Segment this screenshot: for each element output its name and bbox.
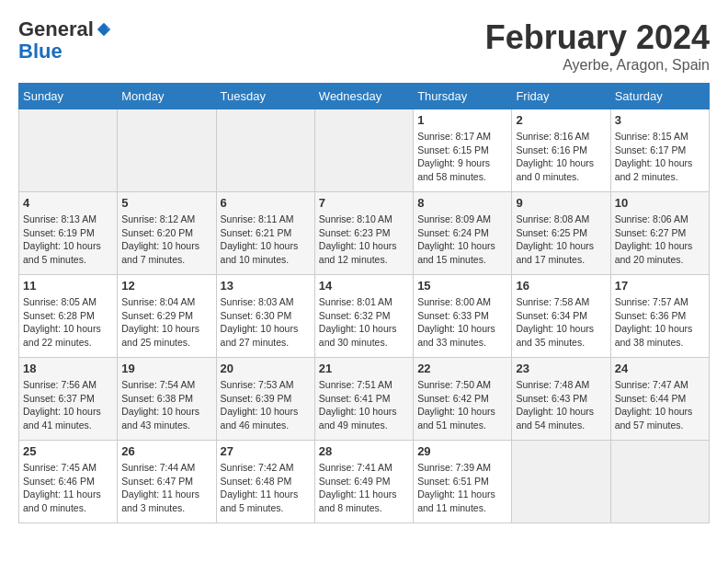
calendar-cell [610,441,709,523]
day-info: Sunrise: 8:09 AM Sunset: 6:24 PM Dayligh… [417,213,507,267]
day-number: 8 [417,196,507,210]
calendar-cell [216,109,314,192]
day-number: 11 [23,279,113,293]
calendar-cell: 3Sunrise: 8:15 AM Sunset: 6:17 PM Daylig… [610,109,709,192]
calendar-week-row: 18Sunrise: 7:56 AM Sunset: 6:37 PM Dayli… [19,358,710,441]
calendar-week-row: 4Sunrise: 8:13 AM Sunset: 6:19 PM Daylig… [19,192,710,275]
logo-icon [96,21,112,38]
day-number: 16 [516,279,606,293]
calendar-cell: 29Sunrise: 7:39 AM Sunset: 6:51 PM Dayli… [414,441,512,523]
day-number: 3 [615,113,705,127]
page-header: General Blue February 2024 Ayerbe, Arago… [18,18,710,74]
day-info: Sunrise: 7:54 AM Sunset: 6:38 PM Dayligh… [121,378,211,432]
calendar-cell: 12Sunrise: 8:04 AM Sunset: 6:29 PM Dayli… [118,275,216,358]
calendar-cell: 16Sunrise: 7:58 AM Sunset: 6:34 PM Dayli… [512,275,610,358]
day-number: 14 [319,279,409,293]
day-number: 2 [516,113,606,127]
calendar-cell: 10Sunrise: 8:06 AM Sunset: 6:27 PM Dayli… [610,192,709,275]
calendar-cell: 24Sunrise: 7:47 AM Sunset: 6:44 PM Dayli… [610,358,709,441]
day-info: Sunrise: 8:01 AM Sunset: 6:32 PM Dayligh… [319,295,409,350]
day-info: Sunrise: 7:58 AM Sunset: 6:34 PM Dayligh… [516,295,606,350]
day-info: Sunrise: 7:57 AM Sunset: 6:36 PM Dayligh… [615,295,705,350]
day-number: 6 [221,196,311,210]
day-number: 1 [417,113,507,127]
day-info: Sunrise: 8:04 AM Sunset: 6:29 PM Dayligh… [121,295,211,350]
calendar-cell: 23Sunrise: 7:48 AM Sunset: 6:43 PM Dayli… [512,358,610,441]
day-number: 17 [615,279,705,293]
logo: General Blue [18,18,112,63]
day-info: Sunrise: 8:12 AM Sunset: 6:20 PM Dayligh… [121,213,211,267]
day-info: Sunrise: 8:17 AM Sunset: 6:15 PM Dayligh… [417,130,507,184]
calendar-cell: 22Sunrise: 7:50 AM Sunset: 6:42 PM Dayli… [414,358,512,441]
calendar-cell: 1Sunrise: 8:17 AM Sunset: 6:15 PM Daylig… [414,109,512,192]
day-info: Sunrise: 7:51 AM Sunset: 6:41 PM Dayligh… [319,378,409,432]
title-block: February 2024 Ayerbe, Aragon, Spain [485,18,710,74]
day-number: 19 [121,362,211,375]
day-number: 4 [23,196,113,210]
calendar-cell: 17Sunrise: 7:57 AM Sunset: 6:36 PM Dayli… [610,275,709,358]
calendar-cell: 14Sunrise: 8:01 AM Sunset: 6:32 PM Dayli… [314,275,413,358]
calendar-header-friday: Friday [512,84,610,109]
day-info: Sunrise: 7:39 AM Sunset: 6:51 PM Dayligh… [417,461,507,515]
day-info: Sunrise: 8:00 AM Sunset: 6:33 PM Dayligh… [417,295,507,350]
calendar-week-row: 25Sunrise: 7:45 AM Sunset: 6:46 PM Dayli… [19,441,710,523]
day-number: 23 [516,362,606,375]
calendar-cell [512,441,610,523]
calendar-week-row: 11Sunrise: 8:05 AM Sunset: 6:28 PM Dayli… [19,275,710,358]
day-number: 26 [121,444,211,458]
day-number: 24 [615,362,705,375]
day-info: Sunrise: 7:44 AM Sunset: 6:47 PM Dayligh… [121,461,211,515]
day-number: 20 [221,362,311,375]
month-year-title: February 2024 [485,18,710,57]
day-info: Sunrise: 8:05 AM Sunset: 6:28 PM Dayligh… [23,295,113,350]
calendar-cell: 20Sunrise: 7:53 AM Sunset: 6:39 PM Dayli… [216,358,314,441]
day-info: Sunrise: 8:16 AM Sunset: 6:16 PM Dayligh… [516,130,606,184]
day-info: Sunrise: 7:53 AM Sunset: 6:39 PM Dayligh… [221,378,311,432]
calendar-header-sunday: Sunday [19,84,118,109]
calendar-week-row: 1Sunrise: 8:17 AM Sunset: 6:15 PM Daylig… [19,109,710,192]
day-info: Sunrise: 7:41 AM Sunset: 6:49 PM Dayligh… [319,461,409,515]
day-number: 18 [23,362,113,375]
day-info: Sunrise: 7:42 AM Sunset: 6:48 PM Dayligh… [221,461,311,515]
calendar-cell [118,109,216,192]
calendar-cell: 6Sunrise: 8:11 AM Sunset: 6:21 PM Daylig… [216,192,314,275]
day-info: Sunrise: 7:48 AM Sunset: 6:43 PM Dayligh… [516,378,606,432]
calendar-cell: 2Sunrise: 8:16 AM Sunset: 6:16 PM Daylig… [512,109,610,192]
day-info: Sunrise: 7:50 AM Sunset: 6:42 PM Dayligh… [417,378,507,432]
calendar-cell: 18Sunrise: 7:56 AM Sunset: 6:37 PM Dayli… [19,358,118,441]
calendar-header-thursday: Thursday [414,84,512,109]
day-info: Sunrise: 8:13 AM Sunset: 6:19 PM Dayligh… [23,213,113,267]
day-info: Sunrise: 8:03 AM Sunset: 6:30 PM Dayligh… [221,295,311,350]
day-number: 13 [221,279,311,293]
day-number: 12 [121,279,211,293]
location-subtitle: Ayerbe, Aragon, Spain [485,57,710,74]
day-info: Sunrise: 7:45 AM Sunset: 6:46 PM Dayligh… [23,461,113,515]
day-info: Sunrise: 8:08 AM Sunset: 6:25 PM Dayligh… [516,213,606,267]
day-number: 10 [615,196,705,210]
day-info: Sunrise: 8:11 AM Sunset: 6:21 PM Dayligh… [221,213,311,267]
calendar-cell [314,109,413,192]
day-number: 15 [417,279,507,293]
calendar-cell: 26Sunrise: 7:44 AM Sunset: 6:47 PM Dayli… [118,441,216,523]
day-number: 9 [516,196,606,210]
calendar-header-row: SundayMondayTuesdayWednesdayThursdayFrid… [19,84,710,109]
calendar-header-monday: Monday [118,84,216,109]
day-number: 5 [121,196,211,210]
day-info: Sunrise: 8:15 AM Sunset: 6:17 PM Dayligh… [615,130,705,184]
calendar-cell: 9Sunrise: 8:08 AM Sunset: 6:25 PM Daylig… [512,192,610,275]
day-number: 25 [23,444,113,458]
calendar-cell: 5Sunrise: 8:12 AM Sunset: 6:20 PM Daylig… [118,192,216,275]
day-number: 29 [417,444,507,458]
calendar-table: SundayMondayTuesdayWednesdayThursdayFrid… [18,83,710,523]
calendar-cell [19,109,118,192]
day-info: Sunrise: 7:47 AM Sunset: 6:44 PM Dayligh… [615,378,705,432]
calendar-cell: 4Sunrise: 8:13 AM Sunset: 6:19 PM Daylig… [19,192,118,275]
day-info: Sunrise: 8:06 AM Sunset: 6:27 PM Dayligh… [615,213,705,267]
day-number: 22 [417,362,507,375]
calendar-cell: 28Sunrise: 7:41 AM Sunset: 6:49 PM Dayli… [314,441,413,523]
calendar-cell: 11Sunrise: 8:05 AM Sunset: 6:28 PM Dayli… [19,275,118,358]
day-info: Sunrise: 8:10 AM Sunset: 6:23 PM Dayligh… [319,213,409,267]
logo-general-text: General [18,18,94,40]
calendar-cell: 8Sunrise: 8:09 AM Sunset: 6:24 PM Daylig… [414,192,512,275]
day-number: 27 [221,444,311,458]
